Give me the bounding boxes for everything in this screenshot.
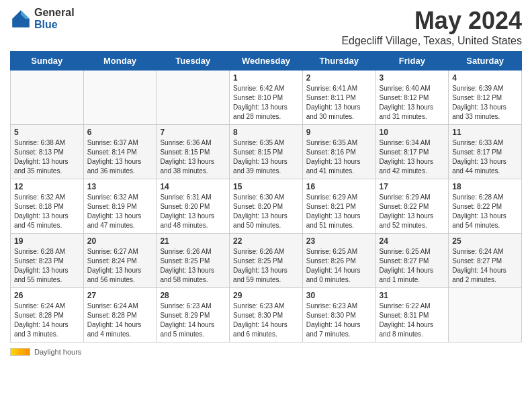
logo: General Blue xyxy=(10,7,75,30)
calendar-week-row: 12Sunrise: 6:32 AM Sunset: 8:18 PM Dayli… xyxy=(11,179,522,234)
day-number: 25 xyxy=(452,236,518,246)
day-number: 6 xyxy=(87,128,153,137)
calendar-day-cell: 13Sunrise: 6:32 AM Sunset: 8:19 PM Dayli… xyxy=(83,179,157,234)
day-number: 19 xyxy=(14,236,80,246)
header: General Blue May 2024 Edgecliff Village,… xyxy=(10,7,522,47)
day-info: Sunrise: 6:41 AM Sunset: 8:11 PM Dayligh… xyxy=(306,84,372,122)
day-info: Sunrise: 6:31 AM Sunset: 8:20 PM Dayligh… xyxy=(160,193,226,230)
day-number: 4 xyxy=(452,73,518,83)
day-of-week-header: Tuesday xyxy=(157,52,230,71)
calendar-day-cell: 18Sunrise: 6:28 AM Sunset: 8:22 PM Dayli… xyxy=(449,179,522,234)
subtitle: Edgecliff Village, Texas, United States xyxy=(341,35,522,47)
day-info: Sunrise: 6:35 AM Sunset: 8:16 PM Dayligh… xyxy=(306,138,372,176)
calendar-day-cell: 28Sunrise: 6:23 AM Sunset: 8:29 PM Dayli… xyxy=(157,288,230,342)
footer: Daylight hours xyxy=(10,348,522,356)
day-info: Sunrise: 6:26 AM Sunset: 8:25 PM Dayligh… xyxy=(160,247,226,285)
day-number: 12 xyxy=(14,182,80,191)
day-of-week-header: Monday xyxy=(83,52,157,71)
logo-icon xyxy=(10,8,32,30)
day-number: 26 xyxy=(14,291,80,300)
day-number: 22 xyxy=(233,236,299,246)
logo-general-text: General xyxy=(34,7,75,19)
calendar-day-cell: 17Sunrise: 6:29 AM Sunset: 8:22 PM Dayli… xyxy=(375,179,449,234)
calendar-day-cell: 31Sunrise: 6:22 AM Sunset: 8:31 PM Dayli… xyxy=(375,288,449,342)
calendar-day-cell: 8Sunrise: 6:35 AM Sunset: 8:15 PM Daylig… xyxy=(230,125,303,179)
day-number: 17 xyxy=(380,182,445,191)
calendar-week-row: 26Sunrise: 6:24 AM Sunset: 8:28 PM Dayli… xyxy=(11,288,522,342)
day-number: 29 xyxy=(233,291,299,300)
calendar-day-cell: 2Sunrise: 6:41 AM Sunset: 8:11 PM Daylig… xyxy=(302,71,375,125)
logo-text: General Blue xyxy=(34,7,75,30)
day-info: Sunrise: 6:28 AM Sunset: 8:22 PM Dayligh… xyxy=(452,193,518,230)
calendar-day-cell: 11Sunrise: 6:33 AM Sunset: 8:17 PM Dayli… xyxy=(449,125,522,179)
day-info: Sunrise: 6:22 AM Sunset: 8:31 PM Dayligh… xyxy=(380,302,445,339)
calendar-day-cell: 6Sunrise: 6:37 AM Sunset: 8:14 PM Daylig… xyxy=(83,125,157,179)
calendar-day-cell: 19Sunrise: 6:28 AM Sunset: 8:23 PM Dayli… xyxy=(11,234,84,288)
calendar-day-cell: 14Sunrise: 6:31 AM Sunset: 8:20 PM Dayli… xyxy=(157,179,230,234)
day-info: Sunrise: 6:24 AM Sunset: 8:28 PM Dayligh… xyxy=(87,302,153,339)
day-number: 2 xyxy=(306,73,372,83)
day-number: 23 xyxy=(306,236,372,246)
calendar-day-cell: 20Sunrise: 6:27 AM Sunset: 8:24 PM Dayli… xyxy=(83,234,157,288)
day-info: Sunrise: 6:25 AM Sunset: 8:26 PM Dayligh… xyxy=(306,247,372,285)
calendar-day-cell: 5Sunrise: 6:38 AM Sunset: 8:13 PM Daylig… xyxy=(11,125,84,179)
day-info: Sunrise: 6:25 AM Sunset: 8:27 PM Dayligh… xyxy=(380,247,445,285)
calendar-body: 1Sunrise: 6:42 AM Sunset: 8:10 PM Daylig… xyxy=(11,71,522,342)
day-number: 5 xyxy=(14,128,80,137)
calendar-week-row: 1Sunrise: 6:42 AM Sunset: 8:10 PM Daylig… xyxy=(11,71,522,125)
calendar-day-cell: 26Sunrise: 6:24 AM Sunset: 8:28 PM Dayli… xyxy=(11,288,84,342)
legend-bar xyxy=(10,348,30,356)
day-number: 9 xyxy=(306,128,372,137)
calendar-day-cell xyxy=(157,71,230,125)
main-title: May 2024 xyxy=(341,7,522,35)
calendar-day-cell: 27Sunrise: 6:24 AM Sunset: 8:28 PM Dayli… xyxy=(83,288,157,342)
day-info: Sunrise: 6:32 AM Sunset: 8:19 PM Dayligh… xyxy=(87,193,153,230)
day-info: Sunrise: 6:37 AM Sunset: 8:14 PM Dayligh… xyxy=(87,138,153,176)
day-number: 18 xyxy=(452,182,518,191)
day-number: 21 xyxy=(160,236,226,246)
day-number: 27 xyxy=(87,291,153,300)
calendar-table: SundayMondayTuesdayWednesdayThursdayFrid… xyxy=(10,51,522,342)
calendar-day-cell: 29Sunrise: 6:23 AM Sunset: 8:30 PM Dayli… xyxy=(230,288,303,342)
day-info: Sunrise: 6:26 AM Sunset: 8:25 PM Dayligh… xyxy=(233,247,299,285)
calendar-day-cell xyxy=(83,71,157,125)
day-of-week-header: Sunday xyxy=(11,52,84,71)
day-number: 11 xyxy=(452,128,518,137)
day-number: 31 xyxy=(380,291,445,300)
day-info: Sunrise: 6:23 AM Sunset: 8:29 PM Dayligh… xyxy=(160,302,226,339)
day-number: 14 xyxy=(160,182,226,191)
day-of-week-header: Wednesday xyxy=(230,52,303,71)
day-info: Sunrise: 6:39 AM Sunset: 8:12 PM Dayligh… xyxy=(452,84,518,122)
calendar-day-cell: 21Sunrise: 6:26 AM Sunset: 8:25 PM Dayli… xyxy=(157,234,230,288)
calendar-day-cell: 7Sunrise: 6:36 AM Sunset: 8:15 PM Daylig… xyxy=(157,125,230,179)
day-info: Sunrise: 6:23 AM Sunset: 8:30 PM Dayligh… xyxy=(233,302,299,339)
day-of-week-header: Thursday xyxy=(302,52,375,71)
calendar-day-cell: 25Sunrise: 6:24 AM Sunset: 8:27 PM Dayli… xyxy=(449,234,522,288)
day-info: Sunrise: 6:24 AM Sunset: 8:28 PM Dayligh… xyxy=(14,302,80,339)
calendar-day-cell: 16Sunrise: 6:29 AM Sunset: 8:21 PM Dayli… xyxy=(302,179,375,234)
calendar-day-cell: 22Sunrise: 6:26 AM Sunset: 8:25 PM Dayli… xyxy=(230,234,303,288)
day-of-week-header: Friday xyxy=(375,52,449,71)
calendar-day-cell: 24Sunrise: 6:25 AM Sunset: 8:27 PM Dayli… xyxy=(375,234,449,288)
day-number: 24 xyxy=(380,236,445,246)
calendar-day-cell: 10Sunrise: 6:34 AM Sunset: 8:17 PM Dayli… xyxy=(375,125,449,179)
day-info: Sunrise: 6:23 AM Sunset: 8:30 PM Dayligh… xyxy=(306,302,372,339)
calendar-header: SundayMondayTuesdayWednesdayThursdayFrid… xyxy=(11,52,522,71)
day-number: 7 xyxy=(160,128,226,137)
day-info: Sunrise: 6:24 AM Sunset: 8:27 PM Dayligh… xyxy=(452,247,518,285)
calendar-day-cell: 30Sunrise: 6:23 AM Sunset: 8:30 PM Dayli… xyxy=(302,288,375,342)
calendar-day-cell: 9Sunrise: 6:35 AM Sunset: 8:16 PM Daylig… xyxy=(302,125,375,179)
day-number: 8 xyxy=(233,128,299,137)
day-info: Sunrise: 6:29 AM Sunset: 8:21 PM Dayligh… xyxy=(306,193,372,230)
header-row: SundayMondayTuesdayWednesdayThursdayFrid… xyxy=(11,52,522,71)
day-info: Sunrise: 6:33 AM Sunset: 8:17 PM Dayligh… xyxy=(452,138,518,176)
day-info: Sunrise: 6:27 AM Sunset: 8:24 PM Dayligh… xyxy=(87,247,153,285)
day-number: 28 xyxy=(160,291,226,300)
calendar-week-row: 5Sunrise: 6:38 AM Sunset: 8:13 PM Daylig… xyxy=(11,125,522,179)
day-info: Sunrise: 6:35 AM Sunset: 8:15 PM Dayligh… xyxy=(233,138,299,176)
calendar-day-cell: 15Sunrise: 6:30 AM Sunset: 8:20 PM Dayli… xyxy=(230,179,303,234)
day-info: Sunrise: 6:34 AM Sunset: 8:17 PM Dayligh… xyxy=(380,138,445,176)
day-info: Sunrise: 6:32 AM Sunset: 8:18 PM Dayligh… xyxy=(14,193,80,230)
day-info: Sunrise: 6:29 AM Sunset: 8:22 PM Dayligh… xyxy=(380,193,445,230)
day-info: Sunrise: 6:30 AM Sunset: 8:20 PM Dayligh… xyxy=(233,193,299,230)
